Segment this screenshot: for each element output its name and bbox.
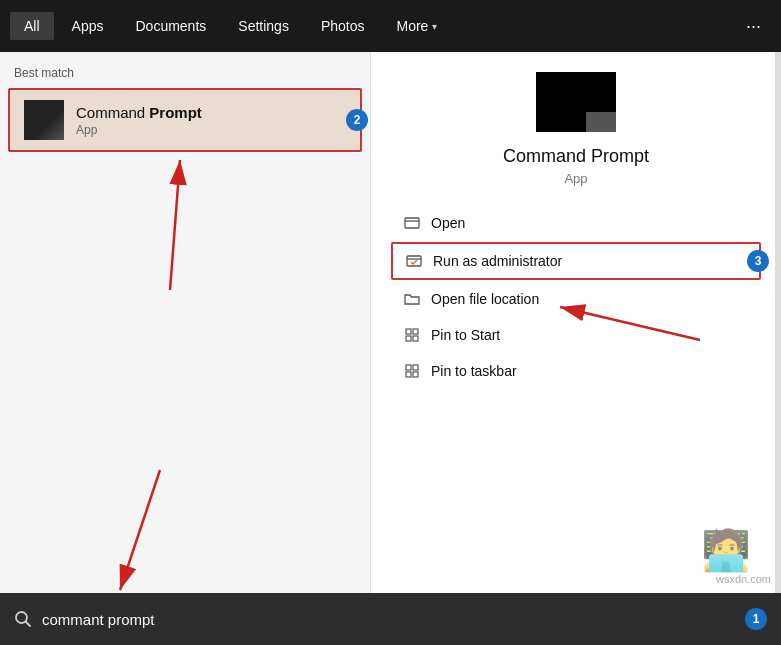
svg-rect-5 bbox=[413, 336, 418, 341]
chevron-down-icon: ▾ bbox=[432, 21, 437, 32]
search-bar: 1 bbox=[0, 593, 781, 645]
nav-apps[interactable]: Apps bbox=[58, 12, 118, 40]
svg-rect-9 bbox=[413, 372, 418, 377]
nav-photos[interactable]: Photos bbox=[307, 12, 379, 40]
open-icon bbox=[403, 214, 421, 232]
action-run-admin-label: Run as administrator bbox=[433, 253, 562, 269]
pin-start-icon bbox=[403, 326, 421, 344]
svg-rect-7 bbox=[413, 365, 418, 370]
svg-rect-6 bbox=[406, 365, 411, 370]
step-badge-2: 2 bbox=[346, 109, 368, 131]
step-badge-3: 3 bbox=[747, 250, 769, 272]
action-open[interactable]: Open bbox=[391, 206, 761, 240]
scrollbar[interactable] bbox=[775, 52, 781, 593]
app-name-large: Command Prompt bbox=[503, 146, 649, 167]
svg-line-15 bbox=[26, 622, 31, 627]
cmd-app-icon bbox=[24, 100, 64, 140]
nav-all[interactable]: All bbox=[10, 12, 54, 40]
result-title-bold: Prompt bbox=[149, 104, 202, 121]
action-pin-start-label: Pin to Start bbox=[431, 327, 500, 343]
action-file-location-label: Open file location bbox=[431, 291, 539, 307]
svg-rect-8 bbox=[406, 372, 411, 377]
result-text: Command Prompt App bbox=[76, 104, 202, 137]
top-nav: All Apps Documents Settings Photos More … bbox=[0, 0, 781, 52]
action-run-admin[interactable]: Run as administrator 3 bbox=[391, 242, 761, 280]
right-panel: Command Prompt App Open bbox=[370, 52, 781, 593]
action-pin-taskbar[interactable]: Pin to taskbar bbox=[391, 354, 761, 388]
search-icon bbox=[14, 610, 32, 628]
folder-icon bbox=[403, 290, 421, 308]
actions-list: Open Run as administrator 3 bbox=[391, 206, 761, 388]
nav-documents[interactable]: Documents bbox=[121, 12, 220, 40]
left-panel: Best match Command Prompt App 2 bbox=[0, 52, 370, 593]
action-file-location[interactable]: Open file location bbox=[391, 282, 761, 316]
result-item-cmd[interactable]: Command Prompt App 2 bbox=[8, 88, 362, 152]
svg-rect-2 bbox=[406, 329, 411, 334]
result-subtitle: App bbox=[76, 123, 202, 137]
nav-settings[interactable]: Settings bbox=[224, 12, 303, 40]
action-pin-start[interactable]: Pin to Start bbox=[391, 318, 761, 352]
svg-rect-3 bbox=[413, 329, 418, 334]
search-input[interactable] bbox=[42, 611, 735, 628]
watermark: wsxdn.com bbox=[716, 573, 771, 585]
admin-icon bbox=[405, 252, 423, 270]
app-icon-large bbox=[536, 72, 616, 132]
svg-rect-0 bbox=[405, 218, 419, 228]
pin-taskbar-icon bbox=[403, 362, 421, 380]
nav-more[interactable]: More ▾ bbox=[382, 12, 451, 40]
svg-rect-1 bbox=[407, 256, 421, 266]
app-type-large: App bbox=[564, 171, 587, 186]
action-open-label: Open bbox=[431, 215, 465, 231]
step-badge-1: 1 bbox=[745, 608, 767, 630]
action-pin-taskbar-label: Pin to taskbar bbox=[431, 363, 517, 379]
svg-rect-4 bbox=[406, 336, 411, 341]
nav-dots-button[interactable]: ··· bbox=[736, 10, 771, 43]
result-title-normal: Command bbox=[76, 104, 149, 121]
main-area: Best match Command Prompt App 2 Command … bbox=[0, 52, 781, 593]
nav-more-label: More bbox=[396, 18, 428, 34]
result-title: Command Prompt bbox=[76, 104, 202, 121]
best-match-label: Best match bbox=[0, 62, 370, 88]
